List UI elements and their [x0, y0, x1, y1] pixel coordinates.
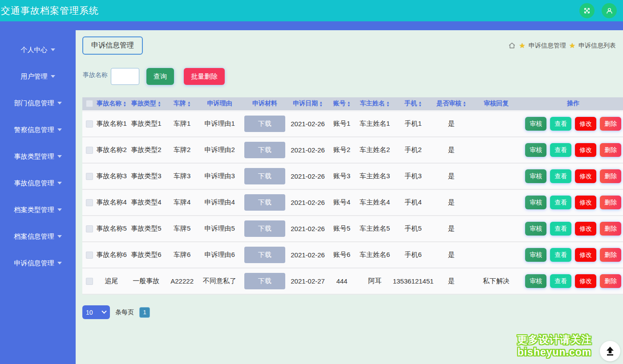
- star-icon: ★: [519, 42, 525, 49]
- row-checkbox[interactable]: [86, 199, 93, 206]
- audit-button[interactable]: 审核: [525, 222, 546, 236]
- column-header-7[interactable]: 账号▲▼: [327, 97, 357, 111]
- sort-icon[interactable]: ▲▼: [347, 101, 351, 107]
- audit-button[interactable]: 审核: [525, 248, 546, 262]
- edit-button[interactable]: 修改: [575, 274, 596, 288]
- delete-button[interactable]: 删除: [600, 274, 621, 288]
- view-button[interactable]: 查看: [550, 169, 571, 183]
- row-checkbox[interactable]: [86, 120, 93, 128]
- page-button-1[interactable]: 1: [139, 307, 150, 318]
- download-button[interactable]: 下载: [244, 247, 285, 263]
- sort-icon[interactable]: ▲▼: [386, 101, 390, 107]
- download-button[interactable]: 下载: [244, 194, 285, 211]
- edit-button[interactable]: 修改: [575, 196, 596, 209]
- view-button[interactable]: 查看: [550, 117, 571, 131]
- view-button[interactable]: 查看: [550, 274, 571, 288]
- delete-button[interactable]: 删除: [600, 117, 621, 131]
- delete-button[interactable]: 删除: [600, 196, 621, 209]
- sidebar-item-3[interactable]: 警察信息管理: [0, 116, 76, 143]
- edit-button[interactable]: 修改: [575, 169, 596, 183]
- page-size-value: 10: [86, 309, 93, 316]
- cell-date: 2021-02-26: [289, 216, 327, 242]
- cell-account: 账号1: [327, 111, 357, 137]
- row-checkbox[interactable]: [86, 225, 93, 232]
- cell-reply: [469, 242, 524, 268]
- audit-button[interactable]: 审核: [525, 143, 546, 157]
- column-header-label: 审核回复: [484, 100, 509, 107]
- column-header-9[interactable]: 手机▲▼: [392, 97, 433, 111]
- breadcrumb-item-list[interactable]: 申诉信息列表: [578, 42, 616, 50]
- audit-button[interactable]: 审核: [525, 196, 546, 209]
- delete-button[interactable]: 删除: [600, 169, 621, 183]
- download-button[interactable]: 下载: [244, 142, 285, 158]
- sort-icon[interactable]: ▲▼: [418, 101, 422, 107]
- column-header-8[interactable]: 车主姓名▲▼: [357, 97, 392, 111]
- edit-button[interactable]: 修改: [575, 117, 596, 131]
- audit-button[interactable]: 审核: [525, 169, 546, 183]
- user-button[interactable]: [602, 3, 617, 18]
- sidebar-item-8[interactable]: 申诉信息管理: [0, 250, 76, 276]
- audit-button[interactable]: 审核: [525, 274, 546, 288]
- page-size-select[interactable]: 10: [82, 305, 110, 319]
- download-button[interactable]: 下载: [244, 220, 285, 237]
- download-button[interactable]: 下载: [244, 116, 285, 132]
- select-all-checkbox[interactable]: [86, 100, 93, 107]
- view-button[interactable]: 查看: [550, 143, 571, 157]
- sort-icon[interactable]: ▲▼: [158, 101, 161, 107]
- view-button[interactable]: 查看: [550, 248, 571, 262]
- view-button[interactable]: 查看: [550, 196, 571, 209]
- column-header-3[interactable]: 车牌▲▼: [166, 97, 198, 111]
- sidebar-item-5[interactable]: 事故信息管理: [0, 170, 76, 196]
- sidebar-item-0[interactable]: 个人中心: [0, 36, 76, 63]
- actions-cell: 审核查看修改删除: [523, 137, 623, 163]
- chevron-down-icon: [57, 155, 62, 158]
- sidebar-item-4[interactable]: 事故类型管理: [0, 143, 76, 170]
- cell-owner: 车主姓名5: [357, 216, 392, 242]
- sort-icon[interactable]: ▲▼: [463, 101, 466, 107]
- sidebar-item-6[interactable]: 档案类型管理: [0, 196, 76, 223]
- panel-title-button[interactable]: 申诉信息管理: [82, 36, 143, 55]
- row-checkbox[interactable]: [86, 252, 93, 259]
- back-to-top-button[interactable]: [600, 341, 620, 361]
- column-header-label: 车主姓名: [360, 100, 385, 107]
- download-button[interactable]: 下载: [244, 273, 285, 289]
- sort-icon[interactable]: ▲▼: [123, 101, 126, 107]
- sidebar-item-1[interactable]: 用户管理: [0, 63, 76, 90]
- delete-button[interactable]: 删除: [600, 248, 621, 262]
- cell-date: 2021-02-26: [289, 189, 327, 216]
- download-button[interactable]: 下载: [244, 168, 285, 184]
- user-icon: [605, 7, 614, 15]
- cell-reviewed: 是: [434, 268, 469, 294]
- actions-cell: 审核查看修改删除: [523, 216, 623, 242]
- fullscreen-button[interactable]: [579, 3, 595, 18]
- column-header-1[interactable]: 事故名称▲▼: [97, 97, 127, 111]
- cell-plate: 车牌6: [166, 242, 198, 268]
- home-icon[interactable]: [508, 42, 516, 49]
- view-button[interactable]: 查看: [550, 222, 571, 236]
- cell-owner: 车主姓名1: [357, 111, 392, 137]
- sidebar-item-7[interactable]: 档案信息管理: [0, 223, 76, 250]
- row-checkbox[interactable]: [86, 173, 93, 180]
- delete-button[interactable]: 删除: [600, 222, 621, 236]
- chevron-down-icon: [57, 235, 62, 238]
- main-content: 申诉信息管理 ★ 申诉信息管理 ★ 申诉信息列表 事故名称 查询 批量删除 事故…: [76, 30, 623, 364]
- sort-icon[interactable]: ▲▼: [319, 101, 323, 107]
- edit-button[interactable]: 修改: [575, 222, 596, 236]
- cell-account: 账号4: [327, 189, 357, 216]
- batch-delete-button[interactable]: 批量删除: [184, 68, 225, 85]
- search-input[interactable]: [111, 68, 139, 85]
- edit-button[interactable]: 修改: [575, 248, 596, 262]
- delete-button[interactable]: 删除: [600, 143, 621, 157]
- column-header-10[interactable]: 是否审核▲▼: [434, 97, 469, 111]
- query-button[interactable]: 查询: [146, 68, 174, 85]
- row-checkbox[interactable]: [86, 278, 93, 285]
- sort-icon[interactable]: ▲▼: [187, 101, 191, 107]
- edit-button[interactable]: 修改: [575, 143, 596, 157]
- cell-name: 事故名称3: [97, 163, 127, 189]
- breadcrumb-item-management[interactable]: 申诉信息管理: [529, 42, 566, 50]
- column-header-2[interactable]: 事故类型▲▼: [127, 97, 166, 111]
- audit-button[interactable]: 审核: [525, 117, 546, 131]
- column-header-6[interactable]: 申诉日期▲▼: [289, 97, 327, 111]
- sidebar-item-2[interactable]: 部门信息管理: [0, 90, 76, 116]
- row-checkbox[interactable]: [86, 147, 93, 154]
